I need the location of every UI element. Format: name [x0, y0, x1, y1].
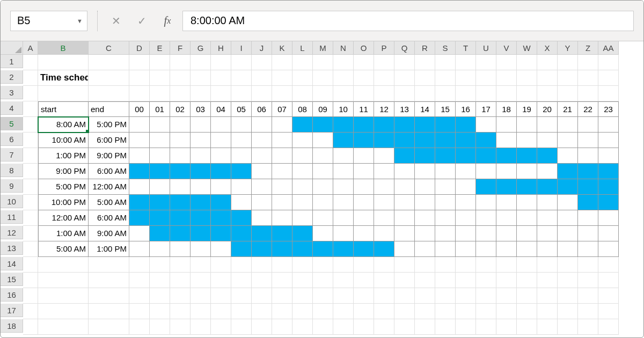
cell[interactable]: [231, 148, 252, 164]
cell[interactable]: [313, 288, 333, 304]
cell[interactable]: [374, 210, 394, 226]
cell[interactable]: [23, 148, 38, 164]
cell[interactable]: [496, 148, 517, 164]
cell[interactable]: 12:00 AM: [89, 179, 129, 195]
cell[interactable]: [272, 133, 292, 148]
cell[interactable]: 20: [537, 101, 558, 117]
cell[interactable]: [150, 210, 170, 226]
cell[interactable]: [89, 319, 129, 335]
cell[interactable]: [558, 86, 578, 101]
column-header[interactable]: Y: [558, 41, 578, 55]
cell[interactable]: [252, 164, 272, 179]
row-header[interactable]: 7: [1, 148, 23, 161]
cell[interactable]: [456, 319, 476, 335]
cell[interactable]: [496, 226, 517, 241]
cell[interactable]: [333, 241, 354, 257]
cell[interactable]: [415, 86, 435, 101]
cell[interactable]: [374, 164, 394, 179]
cell[interactable]: [272, 179, 292, 195]
cell[interactable]: [272, 226, 292, 241]
cell[interactable]: [537, 257, 558, 273]
cell[interactable]: [598, 273, 619, 288]
cell[interactable]: [435, 241, 456, 257]
cell[interactable]: [517, 55, 537, 70]
cell[interactable]: [333, 55, 354, 70]
cell[interactable]: Time schedule gantt chart: [38, 70, 89, 86]
cell[interactable]: [89, 273, 129, 288]
cell[interactable]: 13: [394, 101, 415, 117]
cell[interactable]: [517, 273, 537, 288]
cell[interactable]: [333, 117, 354, 133]
cell[interactable]: [333, 226, 354, 241]
row-header[interactable]: 9: [1, 179, 23, 193]
cell[interactable]: [231, 70, 252, 86]
cell[interactable]: [191, 273, 211, 288]
cell[interactable]: [23, 241, 38, 257]
cell[interactable]: [456, 164, 476, 179]
cell[interactable]: [517, 117, 537, 133]
cell[interactable]: [558, 70, 578, 86]
cell[interactable]: [374, 117, 394, 133]
cell[interactable]: [537, 226, 558, 241]
cell[interactable]: [333, 304, 354, 319]
cell[interactable]: [456, 133, 476, 148]
cell[interactable]: [231, 164, 252, 179]
cell[interactable]: [517, 86, 537, 101]
cell[interactable]: [23, 164, 38, 179]
cell[interactable]: [211, 226, 231, 241]
cell[interactable]: [558, 148, 578, 164]
cell[interactable]: 5:00 PM: [38, 179, 89, 195]
cell[interactable]: [456, 226, 476, 241]
chevron-down-icon[interactable]: ▼: [77, 18, 83, 24]
cell[interactable]: [374, 86, 394, 101]
cell[interactable]: [313, 210, 333, 226]
cell[interactable]: 5:00 AM: [89, 195, 129, 210]
cell[interactable]: [170, 304, 191, 319]
cell[interactable]: [415, 319, 435, 335]
cell[interactable]: [537, 55, 558, 70]
cell[interactable]: [23, 257, 38, 273]
cell[interactable]: [272, 210, 292, 226]
cell[interactable]: 17: [476, 101, 496, 117]
cell[interactable]: [252, 288, 272, 304]
cell[interactable]: [231, 319, 252, 335]
cell[interactable]: [150, 273, 170, 288]
cell[interactable]: [23, 70, 38, 86]
column-header[interactable]: U: [476, 41, 496, 55]
cell[interactable]: [354, 319, 374, 335]
cell[interactable]: [456, 241, 476, 257]
cell[interactable]: [150, 241, 170, 257]
cell[interactable]: [496, 195, 517, 210]
cell[interactable]: [415, 288, 435, 304]
cell[interactable]: [435, 304, 456, 319]
cell[interactable]: [578, 241, 598, 257]
cell[interactable]: [191, 164, 211, 179]
cell[interactable]: 11: [354, 101, 374, 117]
cell[interactable]: [170, 117, 191, 133]
cell[interactable]: [578, 319, 598, 335]
cell[interactable]: [292, 55, 313, 70]
cell[interactable]: [38, 257, 89, 273]
cell[interactable]: [272, 241, 292, 257]
cell[interactable]: [191, 304, 211, 319]
cell[interactable]: [231, 257, 252, 273]
cell[interactable]: [211, 55, 231, 70]
cell[interactable]: [598, 133, 619, 148]
cell[interactable]: [558, 257, 578, 273]
cell[interactable]: 10: [333, 101, 354, 117]
cell[interactable]: [150, 70, 170, 86]
cell[interactable]: [211, 210, 231, 226]
row-header[interactable]: 18: [1, 319, 23, 333]
cell[interactable]: [374, 195, 394, 210]
cell[interactable]: [415, 117, 435, 133]
cell[interactable]: [191, 117, 211, 133]
cell[interactable]: [23, 304, 38, 319]
cell[interactable]: [129, 55, 150, 70]
cell[interactable]: [252, 210, 272, 226]
cell[interactable]: [333, 133, 354, 148]
name-box[interactable]: B5 ▼: [10, 11, 87, 31]
cell[interactable]: [354, 117, 374, 133]
cell[interactable]: [476, 179, 496, 195]
cell[interactable]: [354, 210, 374, 226]
cell[interactable]: [191, 195, 211, 210]
